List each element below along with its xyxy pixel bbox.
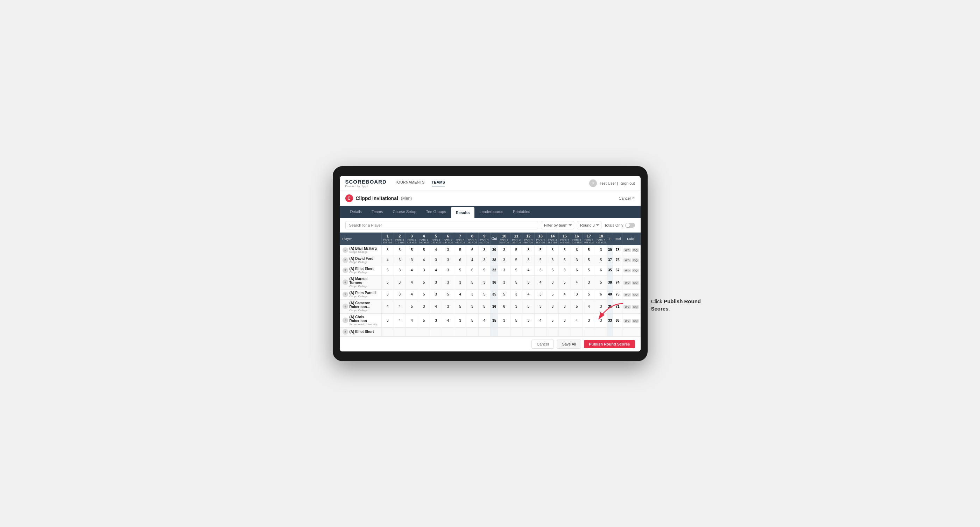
score-cell[interactable]: 3 <box>442 245 454 255</box>
score-cell[interactable]: 5 <box>534 245 547 255</box>
score-cell[interactable]: 6 <box>466 245 478 255</box>
score-cell[interactable]: 3 <box>534 265 547 275</box>
score-cell[interactable]: 6 <box>571 245 583 255</box>
score-cell[interactable]: 3 <box>534 299 547 313</box>
score-cell[interactable] <box>430 327 442 336</box>
score-cell[interactable]: 6 <box>498 299 511 313</box>
cancel-button[interactable]: Cancel <box>531 340 554 349</box>
score-cell[interactable]: 5 <box>583 265 595 275</box>
totals-only-toggle[interactable] <box>625 223 635 228</box>
score-cell[interactable] <box>547 327 559 336</box>
score-cell[interactable]: 3 <box>418 299 430 313</box>
score-cell[interactable]: 3 <box>522 245 535 255</box>
score-cell[interactable]: 3 <box>478 275 490 289</box>
wd-badge[interactable]: WD <box>624 293 631 297</box>
score-cell[interactable]: 3 <box>382 289 394 299</box>
dq-badge[interactable]: DQ <box>632 305 639 309</box>
score-cell[interactable]: 3 <box>498 313 511 327</box>
save-all-button[interactable]: Save All <box>557 340 581 349</box>
score-cell[interactable]: 3 <box>534 289 547 299</box>
score-cell[interactable]: 3 <box>454 275 466 289</box>
score-cell[interactable]: 4 <box>394 299 406 313</box>
score-cell[interactable]: 6 <box>394 255 406 265</box>
score-cell[interactable]: 4 <box>534 275 547 289</box>
dq-badge[interactable]: DQ <box>632 293 639 297</box>
search-input[interactable] <box>345 221 538 229</box>
score-cell[interactable]: 5 <box>510 275 522 289</box>
score-cell[interactable]: 3 <box>522 313 535 327</box>
score-cell[interactable]: 3 <box>466 289 478 299</box>
score-cell[interactable]: 4 <box>430 265 442 275</box>
score-cell[interactable]: 3 <box>382 313 394 327</box>
score-cell[interactable]: 6 <box>571 265 583 275</box>
score-cell[interactable]: 5 <box>454 265 466 275</box>
score-cell[interactable]: 3 <box>547 299 559 313</box>
score-cell[interactable]: 5 <box>534 255 547 265</box>
score-cell[interactable]: 5 <box>442 289 454 299</box>
score-cell[interactable]: 5 <box>571 299 583 313</box>
score-cell[interactable]: 3 <box>595 245 607 255</box>
sign-out-link[interactable]: Sign out <box>620 181 635 185</box>
score-cell[interactable] <box>595 327 607 336</box>
score-cell[interactable]: 3 <box>522 255 535 265</box>
score-cell[interactable] <box>534 327 547 336</box>
score-cell[interactable]: 3 <box>454 313 466 327</box>
nav-teams[interactable]: TEAMS <box>432 180 445 186</box>
tab-details[interactable]: Details <box>345 206 367 218</box>
score-cell[interactable]: 3 <box>430 275 442 289</box>
tab-course-setup[interactable]: Course Setup <box>388 206 421 218</box>
score-cell[interactable]: 4 <box>534 313 547 327</box>
score-cell[interactable]: 3 <box>547 255 559 265</box>
score-cell[interactable]: 3 <box>583 275 595 289</box>
score-cell[interactable] <box>571 327 583 336</box>
dq-badge[interactable]: DQ <box>632 268 639 272</box>
score-cell[interactable]: 3 <box>571 289 583 299</box>
score-cell[interactable]: 5 <box>510 313 522 327</box>
score-cell[interactable]: 4 <box>418 255 430 265</box>
score-cell[interactable]: 3 <box>382 245 394 255</box>
score-cell[interactable]: 5 <box>583 245 595 255</box>
score-cell[interactable]: 5 <box>583 255 595 265</box>
score-cell[interactable]: 5 <box>382 265 394 275</box>
dq-badge[interactable]: DQ <box>632 259 639 262</box>
score-cell[interactable]: 5 <box>454 245 466 255</box>
score-cell[interactable]: 4 <box>442 313 454 327</box>
score-cell[interactable]: 4 <box>559 289 571 299</box>
score-cell[interactable]: 5 <box>547 289 559 299</box>
dq-badge[interactable]: DQ <box>632 248 639 252</box>
nav-tournaments[interactable]: TOURNAMENTS <box>395 180 425 186</box>
score-cell[interactable]: 3 <box>498 255 511 265</box>
score-cell[interactable]: 3 <box>466 299 478 313</box>
score-cell[interactable]: 3 <box>583 313 595 327</box>
score-cell[interactable]: 5 <box>595 275 607 289</box>
score-cell[interactable]: 5 <box>478 299 490 313</box>
score-cell[interactable]: 5 <box>466 313 478 327</box>
score-cell[interactable]: 4 <box>583 299 595 313</box>
score-cell[interactable]: 5 <box>418 289 430 299</box>
filter-team-select[interactable]: Filter by team <box>541 221 574 229</box>
score-cell[interactable] <box>394 327 406 336</box>
dq-badge[interactable]: DQ <box>632 319 639 323</box>
wd-badge[interactable]: WD <box>624 281 631 285</box>
score-cell[interactable]: 3 <box>442 265 454 275</box>
score-cell[interactable]: 5 <box>406 299 418 313</box>
score-cell[interactable]: 4 <box>571 275 583 289</box>
score-cell[interactable]: 5 <box>583 289 595 299</box>
score-cell[interactable]: 3 <box>394 265 406 275</box>
score-cell[interactable]: 4 <box>406 289 418 299</box>
score-cell[interactable]: 4 <box>454 289 466 299</box>
wd-badge[interactable]: WD <box>624 268 631 272</box>
score-cell[interactable] <box>522 327 535 336</box>
score-cell[interactable]: 3 <box>498 245 511 255</box>
score-cell[interactable]: 6 <box>595 289 607 299</box>
tab-tee-groups[interactable]: Tee Groups <box>421 206 451 218</box>
score-cell[interactable]: 3 <box>478 245 490 255</box>
score-cell[interactable]: 3 <box>498 265 511 275</box>
score-cell[interactable]: 5 <box>466 275 478 289</box>
score-cell[interactable]: 3 <box>547 245 559 255</box>
score-cell[interactable]: 5 <box>382 275 394 289</box>
score-cell[interactable]: 3 <box>559 299 571 313</box>
score-cell[interactable]: 5 <box>418 245 430 255</box>
score-cell[interactable] <box>442 327 454 336</box>
wd-badge[interactable]: WD <box>624 259 631 262</box>
